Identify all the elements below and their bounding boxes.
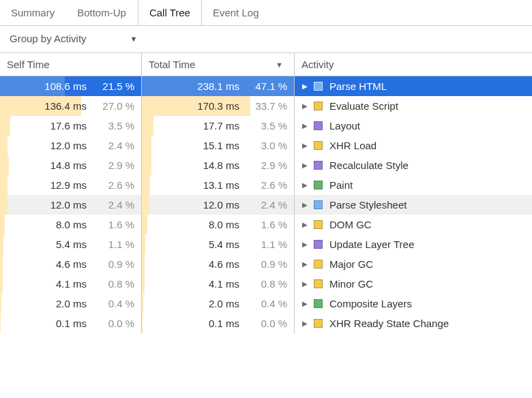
total-time-bar <box>142 274 145 294</box>
self-time-ms: 4.6 ms <box>22 258 87 270</box>
activity-name: Major GC <box>328 258 373 270</box>
column-header-self-time[interactable]: Self Time <box>0 53 142 76</box>
expand-icon[interactable]: ▶ <box>301 201 308 209</box>
cell-activity: ▶XHR Ready State Change <box>295 313 532 333</box>
activity-color-swatch <box>314 121 323 130</box>
self-time-pct: 0.4 % <box>87 298 134 309</box>
activity-name: Parse HTML <box>328 80 387 92</box>
group-by-dropdown[interactable]: Group by Activity ▼ <box>0 26 532 53</box>
tab-bottom-up[interactable]: Bottom-Up <box>66 0 138 25</box>
self-time-ms: 12.9 ms <box>22 179 87 191</box>
total-time-ms: 4.6 ms <box>175 258 239 270</box>
cell-self-time: 108.6 ms21.5 % <box>0 76 142 96</box>
total-time-bar <box>142 215 147 234</box>
self-time-bar <box>0 116 10 136</box>
self-time-ms: 2.0 ms <box>22 298 87 309</box>
expand-icon[interactable]: ▶ <box>301 221 308 228</box>
self-time-pct: 2.4 % <box>87 199 134 211</box>
table-row[interactable]: 5.4 ms1.1 %5.4 ms1.1 %▶Update Layer Tree <box>0 234 532 254</box>
activity-color-swatch <box>314 240 323 249</box>
table-row[interactable]: 14.8 ms2.9 %14.8 ms2.9 %▶Recalculate Sty… <box>0 155 532 175</box>
cell-activity: ▶Recalculate Style <box>295 155 532 175</box>
column-header-activity[interactable]: Activity <box>295 53 532 76</box>
cell-activity: ▶Update Layer Tree <box>295 234 532 254</box>
column-header-total-time[interactable]: Total Time ▼ <box>142 53 295 76</box>
table-row[interactable]: 8.0 ms1.6 %8.0 ms1.6 %▶DOM GC <box>0 215 532 234</box>
total-time-pct: 2.4 % <box>239 199 287 211</box>
table-row[interactable]: 4.6 ms0.9 %4.6 ms0.9 %▶Major GC <box>0 254 532 274</box>
expand-icon[interactable]: ▶ <box>301 241 308 248</box>
activity-color-swatch <box>314 102 323 110</box>
expand-icon[interactable]: ▶ <box>301 162 308 169</box>
self-time-pct: 1.6 % <box>87 219 134 230</box>
total-time-bar <box>142 195 149 215</box>
cell-total-time: 4.1 ms0.8 % <box>142 274 295 294</box>
total-time-ms: 5.4 ms <box>175 239 239 250</box>
activity-name: Update Layer Tree <box>328 239 414 250</box>
activity-name: Minor GC <box>328 278 373 290</box>
total-time-bar <box>142 175 150 195</box>
self-time-pct: 0.0 % <box>87 318 134 329</box>
activity-color-swatch <box>314 319 323 328</box>
self-time-ms: 17.6 ms <box>22 120 87 132</box>
self-time-pct: 0.8 % <box>87 278 134 290</box>
expand-icon[interactable]: ▶ <box>301 102 308 110</box>
cell-self-time: 17.6 ms3.5 % <box>0 116 142 136</box>
total-time-ms: 0.1 ms <box>175 318 239 329</box>
total-time-pct: 1.6 % <box>239 219 287 230</box>
expand-icon[interactable]: ▶ <box>301 122 308 129</box>
cell-activity: ▶Composite Layers <box>295 294 532 313</box>
activity-color-swatch <box>314 141 323 150</box>
table-row[interactable]: 136.4 ms27.0 %170.3 ms33.7 %▶Evaluate Sc… <box>0 96 532 116</box>
table-row[interactable]: 2.0 ms0.4 %2.0 ms0.4 %▶Composite Layers <box>0 294 532 313</box>
total-time-pct: 33.7 % <box>239 100 287 112</box>
cell-self-time: 5.4 ms1.1 % <box>0 234 142 254</box>
activity-name: Layout <box>328 120 360 132</box>
cell-total-time: 12.0 ms2.4 % <box>142 195 295 215</box>
cell-total-time: 4.6 ms0.9 % <box>142 254 295 274</box>
table-row[interactable]: 12.0 ms2.4 %12.0 ms2.4 %▶Parse Styleshee… <box>0 195 532 215</box>
cell-activity: ▶Parse HTML <box>295 76 532 96</box>
expand-icon[interactable]: ▶ <box>301 142 308 149</box>
tab-call-tree[interactable]: Call Tree <box>138 0 202 25</box>
cell-total-time: 238.1 ms47.1 % <box>142 76 295 96</box>
total-time-pct: 0.8 % <box>239 278 287 290</box>
expand-icon[interactable]: ▶ <box>301 260 308 268</box>
total-time-bar <box>142 136 151 155</box>
self-time-bar <box>0 294 1 313</box>
table-header: Self Time Total Time ▼ Activity <box>0 53 532 76</box>
expand-icon[interactable]: ▶ <box>301 181 308 189</box>
cell-activity: ▶Evaluate Script <box>295 96 532 116</box>
self-time-ms: 4.1 ms <box>22 278 87 290</box>
total-time-ms: 8.0 ms <box>175 219 239 230</box>
activity-color-swatch <box>314 279 323 288</box>
self-time-ms: 108.6 ms <box>22 80 87 92</box>
expand-icon[interactable]: ▶ <box>301 320 308 327</box>
self-time-ms: 14.8 ms <box>22 159 87 171</box>
table-row[interactable]: 17.6 ms3.5 %17.7 ms3.5 %▶Layout <box>0 116 532 136</box>
cell-self-time: 12.0 ms2.4 % <box>0 195 142 215</box>
table-row[interactable]: 108.6 ms21.5 %238.1 ms47.1 %▶Parse HTML <box>0 76 532 96</box>
expand-icon[interactable]: ▶ <box>301 300 308 307</box>
tab-event-log[interactable]: Event Log <box>202 0 271 25</box>
activity-color-swatch <box>314 200 323 209</box>
table-row[interactable]: 12.9 ms2.6 %13.1 ms2.6 %▶Paint <box>0 175 532 195</box>
table-row[interactable]: 12.0 ms2.4 %15.1 ms3.0 %▶XHR Load <box>0 136 532 155</box>
table-row[interactable]: 4.1 ms0.8 %4.1 ms0.8 %▶Minor GC <box>0 274 532 294</box>
cell-self-time: 12.9 ms2.6 % <box>0 175 142 195</box>
cell-total-time: 0.1 ms0.0 % <box>142 313 295 333</box>
cell-activity: ▶DOM GC <box>295 215 532 234</box>
self-time-ms: 0.1 ms <box>22 318 87 329</box>
self-time-bar <box>0 136 8 155</box>
table-row[interactable]: 0.1 ms0.0 %0.1 ms0.0 %▶XHR Ready State C… <box>0 313 532 333</box>
self-time-pct: 3.5 % <box>87 120 134 132</box>
cell-activity: ▶Parse Stylesheet <box>295 195 532 215</box>
tab-summary[interactable]: Summary <box>0 0 66 25</box>
self-time-ms: 5.4 ms <box>22 239 87 250</box>
self-time-bar <box>0 195 8 215</box>
cell-self-time: 4.6 ms0.9 % <box>0 254 142 274</box>
activity-color-swatch <box>314 220 323 229</box>
total-time-ms: 170.3 ms <box>175 100 239 112</box>
expand-icon[interactable]: ▶ <box>301 280 308 288</box>
expand-icon[interactable]: ▶ <box>301 82 308 90</box>
